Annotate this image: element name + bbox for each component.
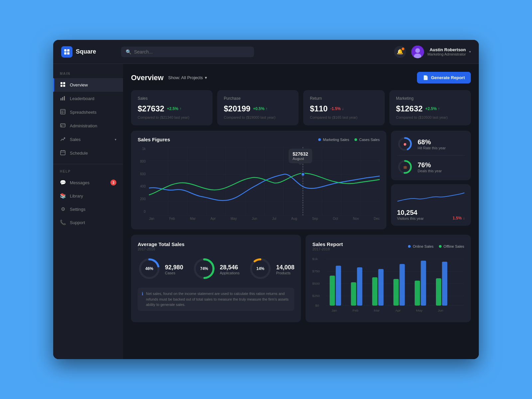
stat-change-marketing: +2.5% ↑ [425,106,440,111]
svg-rect-82 [442,262,448,306]
right-cards: 🎯 68% Hit Rate this year [391,131,471,229]
search-bar[interactable]: 🔍 [121,47,254,57]
sidebar-item-schedule-label: Schedule [70,151,88,156]
sidebar-item-leaderboard[interactable]: Leaderboard [53,92,123,105]
user-role: Marketing Administrator [427,52,466,56]
sidebar-item-schedule[interactable]: Schedule [53,146,123,160]
svg-rect-73 [351,282,356,306]
admin-icon [60,123,66,129]
stat-label-sales: Sales [138,96,206,101]
applications-value: 28,546 [220,264,239,271]
svg-rect-0 [64,49,66,52]
cases-donut: 46% [138,257,161,282]
avg-circles: 46% 92,980 Cases [138,257,294,282]
svg-rect-79 [415,281,420,306]
stats-row: Sales $27632 +2.5% ↑ Compared to ($21340… [131,90,471,125]
user-menu[interactable]: Austin Robertson Marketing Administrator… [411,46,471,58]
stat-value-return: $110 -1.5% ↓ [310,104,378,113]
search-icon: 🔍 [126,49,131,55]
hit-rate-card: 🎯 68% Hit Rate this year [391,131,471,180]
sidebar-item-messages[interactable]: 💬 Messages 3 [53,176,123,189]
svg-rect-18 [61,124,65,127]
sales-chart-area: 1k 800 600 400 200 0 [138,147,380,223]
legend-dot-offline [439,245,442,248]
chart-yaxis: 1k 800 600 400 200 0 [138,147,148,213]
svg-rect-9 [61,85,63,87]
svg-rect-3 [67,52,69,55]
legend-marketing: Marketing Sales [318,138,349,142]
svg-rect-13 [64,96,65,100]
svg-rect-22 [61,151,65,155]
sidebar-item-spreadsheets[interactable]: Spreadsheets [53,105,123,119]
applications-label: Applications [220,271,239,275]
legend-cases: Cases Sales [354,138,380,142]
messages-icon: 💬 [60,180,66,186]
stat-card-purchase: Purchase $20199 +0.5% ↑ Compared to ($19… [217,90,299,125]
content-header-left: Overview Show: All Projects ▾ [131,73,207,82]
stat-compare-purchase: Compared to ($19000 last year) [224,115,292,119]
svg-rect-7 [61,82,63,84]
notification-button[interactable]: 🔔 [394,46,406,58]
sales-report-legend: Online Sales Offline Sales [408,244,464,248]
search-input[interactable] [134,49,249,55]
stat-value-sales: $27632 +2.5% ↑ [138,104,206,113]
sidebar-item-sales[interactable]: Sales ▾ [53,133,123,146]
svg-rect-8 [63,82,65,84]
legend-dot-marketing [318,138,321,141]
sales-report-card: Sales Report 2017-2018 Online Sales Offl… [306,235,471,322]
avg-sales-subtitle: 2017-2018 [138,247,294,251]
document-icon: 📄 [423,75,428,80]
sales-report-title: Sales Report [312,241,343,247]
svg-point-21 [64,137,65,139]
support-icon: 📞 [60,219,66,225]
svg-text:$750: $750 [312,270,320,273]
user-name: Austin Robertson [427,47,466,52]
filter-chevron-icon: ▾ [205,75,207,80]
deals-label: Deals this year [418,169,442,173]
products-value: 14,008 [276,264,294,271]
svg-rect-2 [64,52,66,55]
filter-label: Show: All Projects [168,75,203,80]
chevron-right-icon: ▾ [115,138,116,141]
show-filter-button[interactable]: Show: All Projects ▾ [168,75,207,80]
chart-legend: Marketing Sales Cases Sales [318,138,380,142]
circle-products: 14% 14,008 Products [249,257,294,282]
stat-card-return: Return $110 -1.5% ↓ Compared to ($165 la… [303,90,385,125]
chart-xaxis: Jan Feb Mar Apr May Jun Jul Aug Sep Oct … [149,217,380,223]
sidebar-item-library[interactable]: 📚 Library [53,189,123,202]
avg-note: ℹ Net sales, found on the income stateme… [138,288,294,311]
stat-label-purchase: Purchase [224,96,292,101]
sidebar-item-administration[interactable]: Administration [53,119,123,133]
sidebar-item-settings-label: Settings [70,207,85,212]
svg-text:74%: 74% [200,266,208,271]
stat-card-sales: Sales $27632 +2.5% ↑ Compared to ($21340… [131,90,212,125]
svg-rect-12 [62,97,63,100]
svg-text:Feb: Feb [353,309,359,312]
main-layout: MAIN Overview [53,64,479,359]
svg-text:Apr: Apr [395,309,401,312]
tooltip-value: $27632 [293,151,308,157]
svg-text:Jan: Jan [332,309,337,312]
svg-rect-78 [400,264,405,306]
sidebar-item-administration-label: Administration [70,123,97,128]
svg-rect-80 [421,261,426,306]
products-label: Products [276,271,294,275]
avg-sales-card: Average Total Sales 2017-2018 46% [131,235,301,322]
page-title: Overview [131,73,164,82]
svg-rect-1 [67,49,69,52]
svg-rect-75 [372,277,378,306]
generate-report-button[interactable]: 📄 Generate Report [417,72,471,83]
applications-donut: 74% [193,257,216,282]
stat-label-return: Return [310,96,378,101]
sidebar-item-support[interactable]: 📞 Support [53,216,123,229]
hit-rate-value: 68% [418,138,446,146]
stat-change-purchase: +0.5% ↑ [253,106,268,111]
sidebar-item-overview[interactable]: Overview [53,78,123,92]
stat-compare-marketing: Compared to ($10500 last year) [396,115,464,119]
sidebar-item-settings[interactable]: ⚙ Settings [53,202,123,216]
spreadsheet-icon [60,109,66,115]
sales-report-header: Sales Report 2017-2018 Online Sales Offl… [312,241,464,251]
circle-cases: 46% 92,980 Cases [138,257,183,282]
svg-rect-74 [357,267,362,306]
visitors-card: 10,254 Visitors this year 1.5% ↓ [391,184,471,226]
